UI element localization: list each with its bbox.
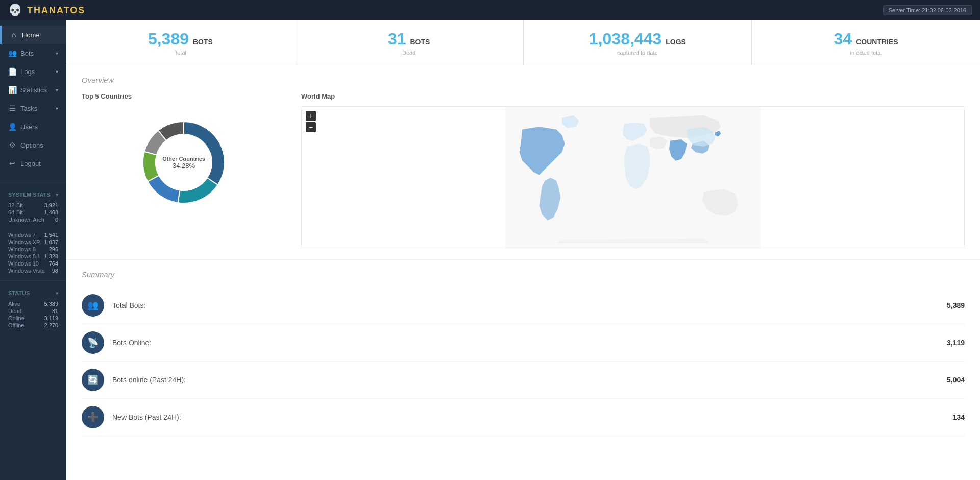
map-controls: + − [306, 111, 316, 132]
home-icon: ⌂ [10, 31, 18, 39]
stat-row: Windows 71,541 [8, 231, 58, 238]
tasks-icon: ☰ [8, 104, 16, 112]
sidebar-divider-2 [0, 280, 66, 281]
summary-label: New Bots (Past 24H): [112, 413, 916, 421]
bots-icon: 👥 [8, 49, 16, 57]
stat-row: Dead31 [8, 307, 58, 315]
summary-value: 134 [924, 413, 965, 421]
chevron-icon: ▾ [56, 106, 58, 111]
stat-number: 1,038,443 [589, 30, 662, 49]
map-panel: World Map + − [301, 92, 965, 249]
chevron-icon: ▾ [56, 51, 58, 56]
stat-sub: Dead [402, 50, 415, 56]
summary-value: 5,004 [924, 376, 965, 384]
summary-item-bots-online-24h: 🔄 Bots online (Past 24H): 5,004 [82, 362, 965, 399]
stat-label: BOTS [410, 38, 430, 46]
overview-grid: Top 5 Countries Other Countries 34.28% [82, 92, 965, 249]
system-stats: 32-Bit3,92164-Bit1,468Unknown Arch0 [0, 200, 66, 225]
map-zoom-out-button[interactable]: − [306, 122, 316, 132]
stat-top: 1,038,443 LOGS [589, 30, 686, 49]
sidebar-nav: ⌂ Home 👥 Bots ▾📄 Logs ▾📊 Statistics ▾☰ T… [0, 20, 66, 178]
stat-row: Unknown Arch0 [8, 216, 58, 223]
chart-panel: Top 5 Countries Other Countries 34.28% [82, 92, 286, 249]
stat-sub: infected total [850, 50, 881, 56]
sidebar-item-label: Logs [20, 68, 35, 76]
stat-top: 5,389 BOTS [148, 30, 213, 49]
donut-segment [148, 176, 180, 203]
stat-row: Alive5,389 [8, 300, 58, 307]
summary-items: 👥 Total Bots: 5,389 📡 Bots Online: 3,119… [82, 287, 965, 436]
world-map: + − [301, 106, 965, 249]
donut-center: Other Countries 34.28% [162, 156, 205, 170]
users-icon: 👤 [8, 123, 16, 131]
summary-value: 3,119 [924, 339, 965, 347]
sidebar-item-label: Logout [20, 160, 41, 167]
donut-segment [143, 152, 159, 182]
stat-number: 34 [834, 30, 852, 49]
summary-icon: ➕ [82, 406, 104, 428]
sidebar-item-tasks[interactable]: ☰ Tasks ▾ [0, 99, 66, 117]
stats-bar: 5,389 BOTS Total 31 BOTS Dead 1,038,443 … [66, 20, 980, 65]
main-content: 5,389 BOTS Total 31 BOTS Dead 1,038,443 … [66, 20, 980, 480]
summary-item-bots-online: 📡 Bots Online: 3,119 [82, 324, 965, 362]
sidebar-item-label: Options [20, 141, 43, 149]
stat-row: Offline2,270 [8, 322, 58, 329]
sidebar: ⌂ Home 👥 Bots ▾📄 Logs ▾📊 Statistics ▾☰ T… [0, 20, 66, 480]
chart-title: Top 5 Countries [82, 92, 286, 100]
donut-container: Other Countries 34.28% [82, 106, 286, 219]
summary-item-total-bots: 👥 Total Bots: 5,389 [82, 287, 965, 324]
stat-row: Windows 8.11,328 [8, 253, 58, 260]
summary-label: Bots Online: [112, 339, 916, 347]
summary-item-new-bots-24h: ➕ New Bots (Past 24H): 134 [82, 399, 965, 436]
stat-row: 64-Bit1,468 [8, 209, 58, 216]
donut-center-label: Other Countries [162, 156, 205, 162]
os-stats: Windows 71,541Windows XP1,037Windows 829… [0, 229, 66, 276]
stat-row: 32-Bit3,921 [8, 202, 58, 209]
stat-card-dead-bots: 31 BOTS Dead [295, 20, 524, 65]
summary-icon: 🔄 [82, 369, 104, 391]
skull-icon: 💀 [8, 4, 23, 17]
sidebar-item-statistics[interactable]: 📊 Statistics ▾ [0, 81, 66, 99]
stat-card-logs: 1,038,443 LOGS captured to date [524, 20, 752, 65]
stat-label: LOGS [666, 38, 686, 46]
stat-label: COUNTRIES [856, 38, 898, 46]
sidebar-item-bots[interactable]: 👥 Bots ▾ [0, 44, 66, 62]
stat-row: Windows Vista98 [8, 267, 58, 274]
summary-icon: 👥 [82, 294, 104, 317]
summary-section: Summary 👥 Total Bots: 5,389 📡 Bots Onlin… [66, 260, 980, 446]
stat-number: 31 [388, 30, 406, 49]
stat-number: 5,389 [148, 30, 189, 49]
stat-top: 34 COUNTRIES [834, 30, 898, 49]
chevron-down-icon: ▾ [56, 192, 58, 198]
topbar: 💀 THANATOS Server Time: 21:32 06-03-2016 [0, 0, 980, 20]
donut-center-pct: 34.28% [162, 162, 205, 170]
map-title: World Map [301, 92, 965, 100]
sidebar-item-logout[interactable]: ↩ Logout [0, 154, 66, 173]
server-time: Server Time: 21:32 06-03-2016 [883, 5, 972, 15]
stat-row: Windows 10764 [8, 260, 58, 267]
stat-card-total-bots: 5,389 BOTS Total [66, 20, 295, 65]
overview-section: Overview Top 5 Countries Other Countries [66, 65, 980, 259]
stat-top: 31 BOTS [388, 30, 430, 49]
sidebar-divider-1 [0, 182, 66, 182]
sidebar-item-home[interactable]: ⌂ Home [0, 26, 66, 44]
app-logo: 💀 THANATOS [8, 4, 85, 17]
stat-row: Windows 8296 [8, 246, 58, 253]
stat-sub: captured to date [617, 50, 658, 56]
sidebar-item-label: Statistics [20, 86, 47, 94]
donut-segment [184, 122, 225, 185]
map-zoom-in-button[interactable]: + [306, 111, 316, 121]
logout-icon: ↩ [8, 159, 16, 167]
sidebar-item-logs[interactable]: 📄 Logs ▾ [0, 62, 66, 81]
stat-sub: Total [175, 50, 186, 56]
sidebar-item-options[interactable]: ⚙ Options [0, 136, 66, 154]
options-icon: ⚙ [8, 141, 16, 149]
donut-chart: Other Countries 34.28% [133, 111, 235, 213]
sidebar-item-label: Tasks [20, 105, 37, 112]
sidebar-item-label: Home [22, 31, 40, 39]
stat-card-countries: 34 COUNTRIES infected total [752, 20, 980, 65]
chevron-icon: ▾ [56, 69, 58, 75]
sidebar-item-users[interactable]: 👤 Users [0, 117, 66, 136]
summary-label: Bots online (Past 24H): [112, 376, 916, 384]
content-area: Overview Top 5 Countries Other Countries [66, 65, 980, 480]
